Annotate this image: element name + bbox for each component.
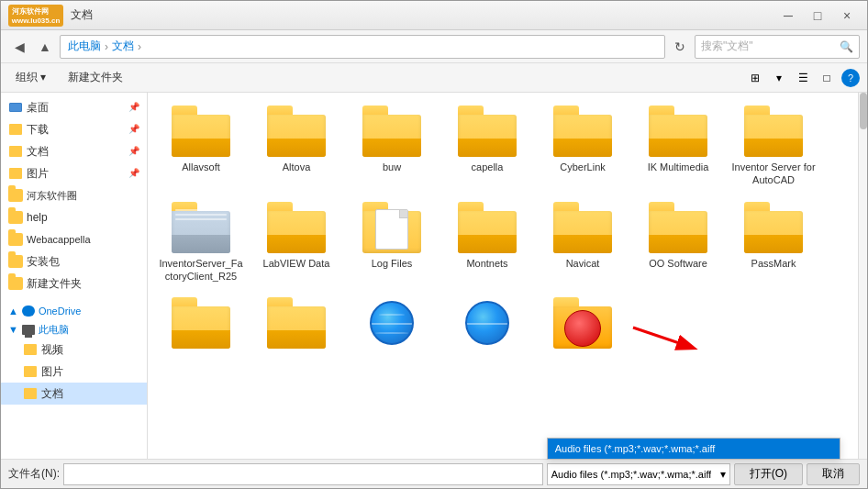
open-button[interactable]: 打开(O) bbox=[734, 463, 803, 485]
toolbar: 组织 ▾ 新建文件夹 ⊞ ▾ ☰ □ ? bbox=[1, 63, 867, 93]
folder-icon-large-8 bbox=[172, 202, 230, 253]
folder-icon-large-2 bbox=[267, 106, 326, 157]
folder-icon-large-10 bbox=[362, 202, 421, 253]
action-buttons: 打开(O) 取消 bbox=[734, 463, 860, 485]
scrollbar-thumb[interactable] bbox=[860, 93, 867, 129]
view-detail-button[interactable]: ☰ bbox=[792, 67, 814, 89]
minimize-button[interactable]: ─ bbox=[775, 6, 801, 25]
address-path[interactable]: 此电脑 › 文档 › bbox=[60, 35, 665, 59]
address-bar: ◀ ▲ 此电脑 › 文档 › ↻ 搜索"文档" 🔍 bbox=[1, 30, 867, 63]
back-button[interactable]: ◀ bbox=[8, 36, 30, 58]
file-item-row3-last[interactable] bbox=[537, 292, 629, 358]
title-bar: 河东软件网www.lu035.cn 文档 ─ □ × bbox=[1, 1, 867, 30]
view-preview-button[interactable]: □ bbox=[816, 67, 838, 89]
files-content[interactable]: Allavsoft Altova buw bbox=[148, 93, 858, 459]
sidebar-item-hedong[interactable]: 河东软件圈 bbox=[1, 184, 147, 206]
folder-icon-large-15 bbox=[172, 297, 230, 349]
folder-icon-large-14 bbox=[744, 202, 803, 253]
folder-icon-large-3 bbox=[362, 106, 421, 157]
onedrive-header[interactable]: ▲ OneDrive bbox=[1, 302, 147, 320]
sidebar-item-pictures[interactable]: 图片 📌 bbox=[1, 162, 147, 184]
file-item-buw[interactable]: buw bbox=[346, 100, 438, 193]
organize-label: 组织 ▾ bbox=[16, 70, 46, 85]
sidebar-item-documents-pc[interactable]: 文档 bbox=[1, 383, 147, 405]
file-item-row3-2[interactable] bbox=[250, 292, 342, 358]
cancel-button[interactable]: 取消 bbox=[807, 463, 860, 485]
filename-input[interactable] bbox=[63, 463, 543, 485]
organize-button[interactable]: 组织 ▾ bbox=[8, 67, 53, 89]
search-box[interactable]: 搜索"文档" 🔍 bbox=[695, 35, 860, 59]
up-button[interactable]: ▲ bbox=[34, 36, 56, 58]
maximize-button[interactable]: □ bbox=[805, 6, 830, 25]
documents-icon bbox=[8, 144, 23, 159]
path-part-documents[interactable]: 文档 bbox=[112, 39, 134, 54]
folder-icon-large-16 bbox=[267, 297, 326, 349]
bottom-bar: 文件名(N): Audio files (*.mp3;*.wav;*.wma;*… bbox=[1, 459, 867, 488]
dropdown-option-audio[interactable]: Audio files (*.mp3;*.wav;*.wma;*.aiff bbox=[548, 439, 840, 459]
folder-icon-large-7 bbox=[744, 106, 803, 157]
download-icon bbox=[8, 122, 23, 137]
refresh-button[interactable]: ↻ bbox=[669, 36, 691, 58]
sidebar-item-webacappella[interactable]: Webacappella bbox=[1, 228, 147, 250]
sidebar-item-newfolder[interactable]: 新建文件夹 bbox=[1, 272, 147, 295]
sidebar-item-documents[interactable]: 文档 📌 bbox=[1, 140, 147, 162]
file-item-altova[interactable]: Altova bbox=[250, 100, 342, 193]
folder-icon-hedong bbox=[8, 188, 23, 203]
close-button[interactable]: × bbox=[834, 6, 860, 25]
file-item-allavsoft[interactable]: Allavsoft bbox=[155, 100, 247, 193]
file-item-navicat[interactable]: Navicat bbox=[537, 196, 629, 289]
sidebar-item-install[interactable]: 安装包 bbox=[1, 250, 147, 272]
sidebar-item-pictures-pc[interactable]: 图片 bbox=[1, 361, 147, 383]
file-item-inventor-server[interactable]: Inventor Server for AutoCAD bbox=[728, 100, 819, 193]
view-buttons: ⊞ ▾ ☰ □ bbox=[744, 67, 838, 89]
folder-icon-help bbox=[8, 210, 23, 225]
window-title: 文档 bbox=[71, 7, 775, 23]
folder-icon-new bbox=[8, 276, 23, 291]
help-button[interactable]: ? bbox=[841, 69, 860, 87]
file-item-globe2[interactable] bbox=[441, 292, 533, 358]
folder-icon-install bbox=[8, 254, 23, 269]
folder-icon-large bbox=[172, 106, 230, 157]
folder-icon-large-11 bbox=[458, 202, 517, 253]
sidebar-item-desktop[interactable]: 桌面 📌 bbox=[1, 96, 147, 118]
right-scrollbar[interactable] bbox=[858, 93, 867, 459]
file-item-inventorserver-factory[interactable]: InventorServer_FactoryClient_R25 bbox=[155, 196, 247, 289]
chevron-icon: ▲ bbox=[8, 306, 18, 317]
new-folder-button[interactable]: 新建文件夹 bbox=[61, 67, 130, 89]
search-icon[interactable]: 🔍 bbox=[840, 40, 853, 53]
file-item-capella[interactable]: capella bbox=[441, 100, 533, 193]
pin-icon-4: 📌 bbox=[128, 168, 139, 179]
file-item-globe1[interactable] bbox=[346, 292, 438, 358]
view-dropdown-button[interactable]: ▾ bbox=[768, 67, 790, 89]
globe-icon-1 bbox=[362, 297, 421, 349]
file-item-ik-multimedia[interactable]: IK Multimedia bbox=[632, 100, 724, 193]
file-item-oo-software[interactable]: OO Software bbox=[632, 196, 724, 289]
sidebar-item-help[interactable]: help bbox=[1, 206, 147, 228]
file-item-montnets[interactable]: Montnets bbox=[441, 196, 533, 289]
window-controls: ─ □ × bbox=[775, 6, 860, 25]
file-item-row3-1[interactable] bbox=[155, 292, 247, 358]
main-content: 桌面 📌 下载 📌 文档 📌 图片 bbox=[1, 93, 867, 459]
dropdown-arrow-icon: ▾ bbox=[720, 468, 726, 481]
computer-icon bbox=[22, 325, 35, 335]
globe-icon-2 bbox=[458, 297, 517, 349]
filetype-value: Audio files (*.mp3;*.wav;*.wma;*.aiff bbox=[551, 469, 712, 480]
filetype-dropdown-popup: Audio files (*.mp3;*.wav;*.wma;*.aiff bbox=[547, 438, 840, 460]
chevron-icon-2: ▼ bbox=[8, 324, 18, 335]
file-item-passmark[interactable]: PassMark bbox=[728, 196, 819, 289]
sidebar-item-video[interactable]: 视频 bbox=[1, 339, 147, 361]
desktop-icon bbox=[8, 100, 23, 115]
folder-icon-large-9 bbox=[267, 202, 326, 253]
filetype-dropdown[interactable]: Audio files (*.mp3;*.wav;*.wma;*.aiff ▾ bbox=[547, 463, 730, 485]
view-large-icon-button[interactable]: ⊞ bbox=[744, 67, 766, 89]
file-item-log-files[interactable]: Log Files bbox=[346, 196, 438, 289]
file-item-cyberlink[interactable]: CyberLink bbox=[537, 100, 629, 193]
path-separator-2: › bbox=[138, 40, 141, 53]
sidebar-item-downloads[interactable]: 下载 📌 bbox=[1, 118, 147, 140]
computer-header[interactable]: ▼ 此电脑 bbox=[1, 320, 147, 339]
folder-icon-large-6 bbox=[649, 106, 707, 157]
folder-icon-large-5 bbox=[553, 106, 612, 157]
path-part-computer[interactable]: 此电脑 bbox=[68, 39, 101, 54]
file-item-labview[interactable]: LabVIEW Data bbox=[250, 196, 342, 289]
pin-icon-3: 📌 bbox=[128, 146, 139, 157]
